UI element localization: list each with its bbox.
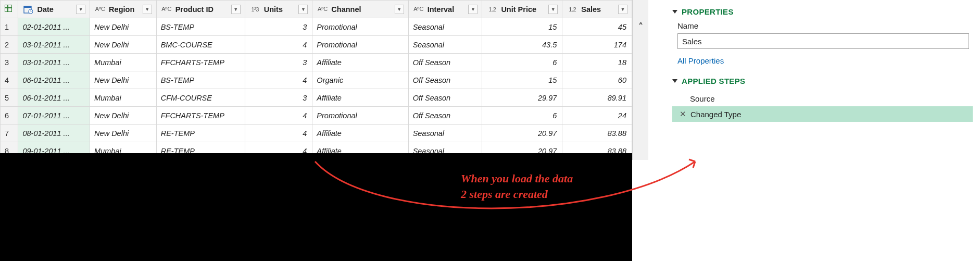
cell-date[interactable]: 03-01-2011 ... bbox=[18, 54, 90, 71]
cell-channel[interactable]: Promotional bbox=[312, 18, 408, 36]
cell-region[interactable]: New Delhi bbox=[90, 125, 157, 142]
row-number[interactable]: 4 bbox=[1, 71, 18, 89]
cell-product-id[interactable]: BMC-COURSE bbox=[156, 36, 245, 54]
cell-product-id[interactable]: BS-TEMP bbox=[156, 18, 245, 36]
cell-sales[interactable]: 60 bbox=[562, 71, 632, 89]
cell-unit-price[interactable]: 15 bbox=[482, 71, 562, 89]
cell-channel[interactable]: Promotional bbox=[312, 107, 408, 125]
cell-date[interactable]: 07-01-2011 ... bbox=[18, 107, 90, 125]
type-icon-text: AᴮC bbox=[317, 6, 328, 13]
cell-product-id[interactable]: BS-TEMP bbox=[156, 71, 245, 89]
cell-units[interactable]: 4 bbox=[245, 71, 312, 89]
cell-product-id[interactable]: FFCHARTS-TEMP bbox=[156, 54, 245, 71]
cell-interval[interactable]: Off Season bbox=[408, 71, 482, 89]
cell-region[interactable]: New Delhi bbox=[90, 71, 157, 89]
cell-region[interactable]: Mumbai bbox=[90, 89, 157, 107]
row-number[interactable]: 6 bbox=[1, 107, 18, 125]
cell-product-id[interactable]: FFCHARTS-TEMP bbox=[156, 107, 245, 125]
cell-channel[interactable]: Promotional bbox=[312, 36, 408, 54]
vertical-scrollbar[interactable]: ˄ bbox=[633, 0, 648, 160]
table-corner-button[interactable] bbox=[1, 1, 18, 18]
applied-step-item[interactable]: Source bbox=[672, 91, 973, 106]
col-header-unit-price[interactable]: 1.2 Unit Price ▼ bbox=[482, 1, 562, 18]
cell-units[interactable]: 3 bbox=[245, 18, 312, 36]
scroll-up-icon[interactable]: ˄ bbox=[635, 21, 646, 32]
cell-date[interactable]: 02-01-2011 ... bbox=[18, 18, 90, 36]
cell-date[interactable]: 06-01-2011 ... bbox=[18, 71, 90, 89]
table-row[interactable]: 708-01-2011 ...New DelhiRE-TEMP4Affiliat… bbox=[1, 125, 632, 142]
cell-date[interactable]: 06-01-2011 ... bbox=[18, 89, 90, 107]
cell-sales[interactable]: 83.88 bbox=[562, 125, 632, 142]
col-header-sales[interactable]: 1.2 Sales ▼ bbox=[562, 1, 632, 18]
table-row[interactable]: 203-01-2011 ...New DelhiBMC-COURSE4Promo… bbox=[1, 36, 632, 54]
cell-unit-price[interactable]: 15 bbox=[482, 18, 562, 36]
cell-unit-price[interactable]: 43.5 bbox=[482, 36, 562, 54]
row-number[interactable]: 5 bbox=[1, 89, 18, 107]
cell-channel[interactable]: Affiliate bbox=[312, 54, 408, 71]
cell-units[interactable]: 4 bbox=[245, 36, 312, 54]
cell-units[interactable]: 3 bbox=[245, 54, 312, 71]
col-header-interval[interactable]: AᴮC Interval ▼ bbox=[408, 1, 482, 18]
cell-region[interactable]: New Delhi bbox=[90, 107, 157, 125]
cell-sales[interactable]: 18 bbox=[562, 54, 632, 71]
properties-section-header[interactable]: PROPERTIES bbox=[672, 7, 973, 16]
cell-units[interactable]: 4 bbox=[245, 125, 312, 142]
table-row[interactable]: 406-01-2011 ...New DelhiBS-TEMP4OrganicO… bbox=[1, 71, 632, 89]
table-row[interactable]: 303-01-2011 ...MumbaiFFCHARTS-TEMP3Affil… bbox=[1, 54, 632, 71]
col-header-date[interactable]: Date ▼ bbox=[18, 1, 90, 18]
delete-step-icon[interactable]: ✕ bbox=[680, 109, 686, 119]
cell-region[interactable]: New Delhi bbox=[90, 18, 157, 36]
all-properties-link[interactable]: All Properties bbox=[677, 56, 973, 65]
col-header-units[interactable]: 1²3 Units ▼ bbox=[245, 1, 312, 18]
filter-dropdown-icon[interactable]: ▼ bbox=[548, 5, 558, 14]
cell-interval[interactable]: Off Season bbox=[408, 89, 482, 107]
cell-region[interactable]: New Delhi bbox=[90, 36, 157, 54]
table-row[interactable]: 102-01-2011 ...New DelhiBS-TEMP3Promotio… bbox=[1, 18, 632, 36]
cell-sales[interactable]: 24 bbox=[562, 107, 632, 125]
cell-units[interactable]: 4 bbox=[245, 107, 312, 125]
cell-channel[interactable]: Organic bbox=[312, 71, 408, 89]
cell-unit-price[interactable]: 6 bbox=[482, 107, 562, 125]
svg-rect-1 bbox=[24, 6, 31, 8]
cell-interval[interactable]: Seasonal bbox=[408, 125, 482, 142]
type-icon-dec: 1.2 bbox=[486, 6, 498, 13]
filter-dropdown-icon[interactable]: ▼ bbox=[618, 5, 627, 14]
table-row[interactable]: 607-01-2011 ...New DelhiFFCHARTS-TEMP4Pr… bbox=[1, 107, 632, 125]
annotation-mask bbox=[0, 153, 632, 261]
filter-dropdown-icon[interactable]: ▼ bbox=[298, 5, 308, 14]
cell-interval[interactable]: Seasonal bbox=[408, 18, 482, 36]
col-header-product-id[interactable]: AᴮC Product ID ▼ bbox=[156, 1, 245, 18]
filter-dropdown-icon[interactable]: ▼ bbox=[76, 5, 85, 14]
cell-interval[interactable]: Off Season bbox=[408, 54, 482, 71]
col-header-channel[interactable]: AᴮC Channel ▼ bbox=[312, 1, 408, 18]
filter-dropdown-icon[interactable]: ▼ bbox=[395, 5, 404, 14]
cell-product-id[interactable]: CFM-COURSE bbox=[156, 89, 245, 107]
cell-sales[interactable]: 89.91 bbox=[562, 89, 632, 107]
applied-step-item[interactable]: ✕Changed Type bbox=[672, 106, 973, 122]
filter-dropdown-icon[interactable]: ▼ bbox=[143, 5, 152, 14]
cell-unit-price[interactable]: 29.97 bbox=[482, 89, 562, 107]
table-row[interactable]: 506-01-2011 ...MumbaiCFM-COURSE3Affiliat… bbox=[1, 89, 632, 107]
applied-steps-section-header[interactable]: APPLIED STEPS bbox=[672, 77, 973, 85]
row-number[interactable]: 1 bbox=[1, 18, 18, 36]
row-number[interactable]: 2 bbox=[1, 36, 18, 54]
row-number[interactable]: 3 bbox=[1, 54, 18, 71]
cell-interval[interactable]: Seasonal bbox=[408, 36, 482, 54]
cell-unit-price[interactable]: 6 bbox=[482, 54, 562, 71]
cell-channel[interactable]: Affiliate bbox=[312, 89, 408, 107]
cell-units[interactable]: 3 bbox=[245, 89, 312, 107]
query-name-input[interactable] bbox=[677, 33, 969, 49]
col-header-region[interactable]: AᴮC Region ▼ bbox=[90, 1, 157, 18]
cell-interval[interactable]: Off Season bbox=[408, 107, 482, 125]
cell-date[interactable]: 08-01-2011 ... bbox=[18, 125, 90, 142]
cell-unit-price[interactable]: 20.97 bbox=[482, 125, 562, 142]
row-number[interactable]: 7 bbox=[1, 125, 18, 142]
filter-dropdown-icon[interactable]: ▼ bbox=[231, 5, 241, 14]
cell-channel[interactable]: Affiliate bbox=[312, 125, 408, 142]
cell-date[interactable]: 03-01-2011 ... bbox=[18, 36, 90, 54]
filter-dropdown-icon[interactable]: ▼ bbox=[468, 5, 478, 14]
cell-region[interactable]: Mumbai bbox=[90, 54, 157, 71]
cell-product-id[interactable]: RE-TEMP bbox=[156, 125, 245, 142]
cell-sales[interactable]: 174 bbox=[562, 36, 632, 54]
cell-sales[interactable]: 45 bbox=[562, 18, 632, 36]
